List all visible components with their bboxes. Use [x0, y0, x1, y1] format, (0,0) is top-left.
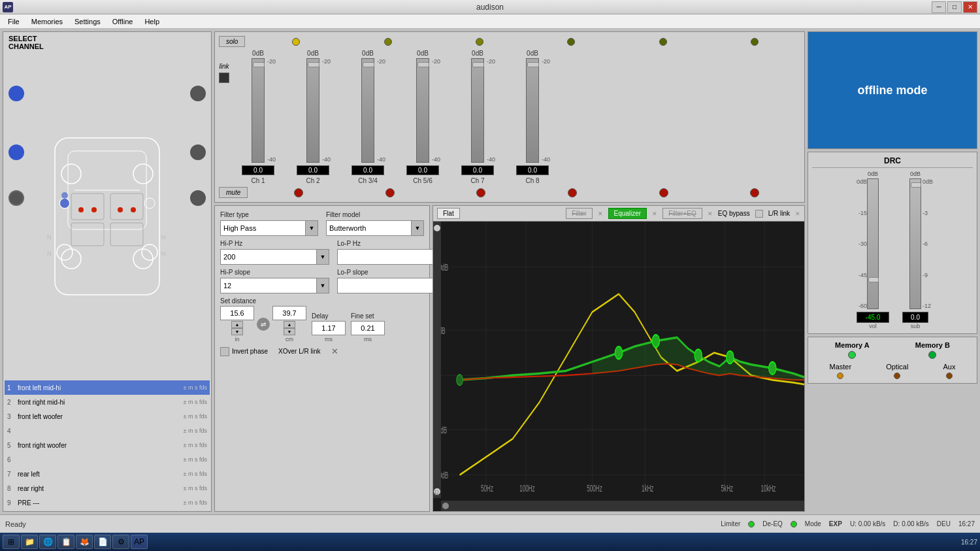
taskbar-doc[interactable]: 📄	[94, 535, 111, 549]
fader-thumb-3[interactable]	[363, 62, 374, 67]
filter-x-icon[interactable]: ✕	[598, 210, 603, 217]
menu-offline[interactable]: Offline	[107, 16, 139, 27]
drc-sub-thumb[interactable]	[911, 182, 921, 188]
flat-button[interactable]: Flat	[437, 208, 460, 219]
drc-sub-scale: 0dB -3 -6 -9 -12	[923, 178, 938, 309]
fader-thumb-1[interactable]	[253, 62, 265, 67]
channel-row-9[interactable]: 9 PRE --- ± m s fds	[5, 495, 210, 510]
filter-eq-button[interactable]: Filter+EQ	[662, 208, 702, 219]
eq-bypass-checkbox[interactable]	[755, 210, 763, 218]
fader-track-6[interactable]	[526, 58, 539, 163]
eq-handle-2	[652, 335, 659, 347]
link-box[interactable]	[219, 73, 229, 83]
lr-link-x-icon[interactable]: ✕	[795, 210, 800, 217]
distance-in-input[interactable]	[220, 306, 254, 320]
fader-thumb-2[interactable]	[308, 62, 319, 67]
filter-type-select[interactable]: High Pass ▼	[220, 220, 318, 236]
speaker-right-2[interactable]	[190, 144, 206, 160]
hip-slope-arrow[interactable]: ▼	[316, 278, 329, 293]
taskbar-files[interactable]: 📋	[57, 535, 74, 549]
taskbar-start[interactable]: ⊞	[3, 535, 20, 549]
channel-row-3[interactable]: 3 front left woofer ± m s fds	[5, 409, 210, 424]
taskbar-gear[interactable]: ⚙	[112, 535, 129, 549]
filter-model-arrow[interactable]: ▼	[411, 220, 424, 236]
fader-scale-6: -20-40	[542, 58, 550, 163]
hz-row: Hi-P Hz ▼ Lo-P Hz ▼	[220, 240, 424, 265]
lop-slope-col: Lo-P slope ▼	[337, 269, 446, 293]
lop-hz-input[interactable]	[337, 249, 433, 265]
solo-button[interactable]: solo	[219, 36, 245, 47]
channel-row-1[interactable]: 1 front left mid-hi ± m s fds	[5, 380, 210, 395]
menu-help[interactable]: Help	[139, 16, 165, 27]
channel-row-8[interactable]: 8 rear right ± m s fds	[5, 481, 210, 495]
equalizer-x-icon[interactable]: ✕	[652, 210, 657, 217]
fader-track-3[interactable]	[361, 58, 374, 163]
input-optical-item: Optical	[886, 363, 908, 379]
distance-cm-up[interactable]: ▲	[284, 321, 295, 328]
filter-model-select[interactable]: Butterworth ▼	[326, 220, 424, 236]
hip-hz-input[interactable]	[220, 249, 316, 265]
speaker-left-2[interactable]	[8, 144, 24, 160]
taskbar-folder[interactable]: 📁	[21, 535, 38, 549]
drc-sub-track[interactable]	[909, 178, 921, 309]
fader-db-5: 0dB	[472, 50, 483, 57]
taskbar-app[interactable]: AP	[131, 535, 148, 549]
minimize-button[interactable]: ─	[932, 1, 946, 13]
channel-row-6[interactable]: 6 ± m s fds	[5, 452, 210, 467]
close-button[interactable]: ✕	[963, 1, 977, 13]
channel-row-2[interactable]: 2 front right mid-hi ± m s fds	[5, 395, 210, 409]
invert-phase-checkbox[interactable]	[220, 347, 229, 356]
mute-button[interactable]: mute	[219, 187, 248, 198]
speaker-left-1[interactable]	[8, 86, 24, 101]
fader-track-2[interactable]	[306, 58, 319, 163]
lr-progress-bar[interactable]	[441, 501, 804, 511]
menu-memories[interactable]: Memories	[26, 16, 68, 27]
delay-ms1-input[interactable]	[312, 321, 346, 335]
equalizer-button[interactable]: Equalizer	[608, 208, 647, 219]
fader-track-1[interactable]	[252, 58, 265, 163]
filter-eq-row: Filter type High Pass ▼ Filter model But…	[214, 205, 805, 512]
invert-phase-label[interactable]: Invert phase	[220, 347, 268, 356]
fader-track-5[interactable]	[471, 58, 484, 163]
distance-in-down[interactable]: ▼	[231, 328, 243, 335]
speaker-left-3[interactable]	[8, 190, 24, 206]
solo-indicators	[250, 38, 800, 46]
distance-cm-down[interactable]: ▼	[284, 328, 295, 335]
channel-row-7[interactable]: 7 rear left ± m s fds	[5, 467, 210, 481]
drc-vol-thumb[interactable]	[868, 277, 879, 282]
lop-slope-input[interactable]	[337, 278, 433, 293]
channel-row-5[interactable]: 5 front right woofer ± m s fds	[5, 438, 210, 452]
select-channel-header: SELECT CHANNEL	[3, 32, 211, 53]
fader-track-4[interactable]	[416, 58, 429, 163]
taskbar-browser[interactable]: 🌐	[39, 535, 56, 549]
speaker-right-1[interactable]	[190, 86, 206, 101]
svg-point-16	[144, 198, 155, 209]
filter-type-arrow[interactable]: ▼	[305, 220, 318, 236]
lr-slider-track[interactable]	[433, 222, 441, 498]
drc-vol-track[interactable]	[867, 178, 879, 309]
xover-x-icon[interactable]: ✕	[331, 346, 338, 356]
distance-cm-input[interactable]	[272, 306, 306, 320]
svg-text:N: N	[161, 234, 166, 241]
hip-slope-input[interactable]	[220, 278, 316, 293]
lr-progress-thumb[interactable]	[442, 503, 449, 509]
fader-thumb-4[interactable]	[417, 62, 429, 67]
menu-file[interactable]: File	[3, 16, 25, 27]
speaker-right-3[interactable]	[190, 190, 206, 206]
fine-set-input[interactable]	[351, 321, 385, 335]
hip-hz-arrow[interactable]: ▼	[316, 249, 329, 265]
distance-in-up[interactable]: ▲	[231, 321, 243, 328]
input-aux-item: Aux	[943, 363, 955, 379]
menu-settings[interactable]: Settings	[69, 16, 106, 27]
filter-button[interactable]: Filter	[566, 208, 592, 219]
lr-slider-thumb[interactable]	[434, 225, 440, 231]
link-distance-button[interactable]: ⇌	[257, 318, 270, 331]
filter-eq-x-icon[interactable]: ✕	[708, 210, 713, 217]
fader-thumb-5[interactable]	[472, 62, 484, 67]
taskbar-firefox[interactable]: 🦊	[76, 535, 93, 549]
maximize-button[interactable]: □	[947, 1, 962, 13]
filter-type-col: Filter type High Pass ▼	[220, 211, 318, 236]
svg-text:N: N	[47, 250, 52, 257]
fader-thumb-6[interactable]	[527, 62, 539, 67]
channel-row-4[interactable]: 4 ± m s fds	[5, 424, 210, 438]
